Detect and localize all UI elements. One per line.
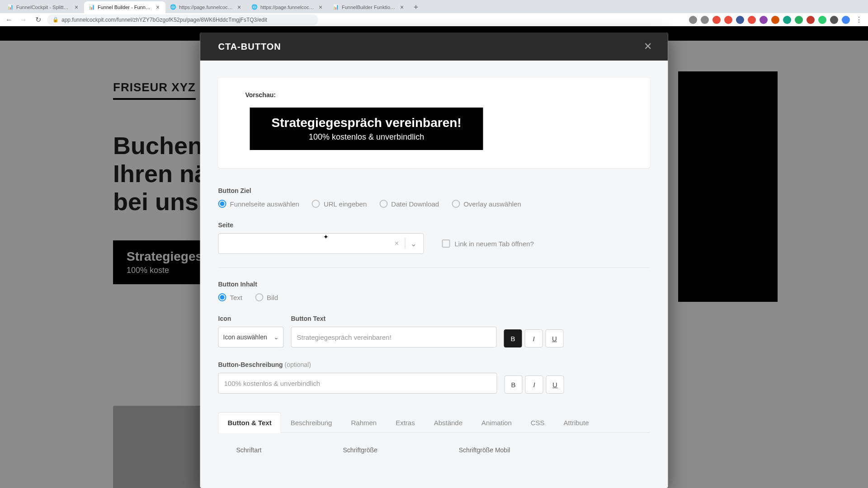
ziel-radio-group: Funnelseite auswählen URL eingeben Datei… [218,200,650,208]
tab-beschreibung[interactable]: Beschreibung [281,412,342,433]
tab-rahmen[interactable]: Rahmen [341,412,386,433]
radio-icon [379,200,387,208]
tab-title: FunnelCockpit - Splittests, Ma [16,5,71,10]
extension-icon[interactable] [724,16,732,24]
button-text-label: Button Text [291,315,497,322]
extension-icon[interactable] [712,16,721,24]
seite-select[interactable]: × ⌄ [218,233,424,254]
url-text: app.funnelcockpit.com/funnel/zhYZY7bGzgo… [61,17,267,23]
underline-button[interactable]: U [546,375,564,394]
extension-icon[interactable] [830,16,838,24]
bold-button[interactable]: B [505,375,523,394]
close-icon[interactable]: × [73,4,80,10]
button-desc-section: Button-Beschreibung (optional) 100% kost… [218,361,650,394]
extension-icon[interactable] [795,16,803,24]
tab-title: Funnel Builder - FunnelCockpit [98,5,152,10]
browser-tab[interactable]: 🌐 https://page.funnelcockpit.co × [247,1,328,13]
seite-label: Seite [218,221,424,229]
tab-extras[interactable]: Extras [386,412,425,433]
extension-icon[interactable] [748,16,756,24]
radio-text[interactable]: Text [218,293,243,301]
tab-title: FunnelBuilder Funktionen & El [342,5,396,10]
extension-icon[interactable] [818,16,826,24]
reload-button[interactable]: ↻ [33,14,43,25]
divider [218,267,650,268]
close-icon[interactable]: × [399,4,405,10]
tab-button-text[interactable]: Button & Text [218,412,281,433]
schriftart-label: Schriftart [236,446,262,454]
browser-tab[interactable]: 📊 FunnelBuilder Funktionen & El × [328,1,410,13]
radio-funnelseite[interactable]: Funnelseite auswählen [218,200,299,208]
browser-tab[interactable]: 📊 FunnelCockpit - Splittests, Ma × [3,1,84,13]
address-bar: ← → ↻ 🔒 app.funnelcockpit.com/funnel/zhY… [0,13,868,26]
chevron-down-icon: ⌄ [274,333,279,341]
page-content: FRISEUR XYZ Buchen Si Ihren näch bei uns… [0,26,868,488]
button-desc-label: Button-Beschreibung (optional) [218,361,650,368]
preview-button: Strategiegespräch vereinbaren! 100% kost… [250,108,483,150]
extension-icon[interactable] [807,16,815,24]
tab-bar: 📊 FunnelCockpit - Splittests, Ma × 📊 Fun… [0,0,868,13]
cta-button-modal: CTA-BUTTON ✕ Vorschau: Strategiegespräch… [200,33,668,488]
close-icon[interactable]: × [236,4,242,10]
newtab-checkbox[interactable]: Link in neuem Tab öffnen? [442,233,534,254]
avatar-icon[interactable] [842,16,850,24]
format-group-text: B I U [504,329,564,347]
extensions-area: ⋮ [689,14,864,25]
seite-section: Seite × ⌄ Link in neuem Tab öffnen? [218,221,650,254]
radio-icon [312,200,320,208]
tab-abstaende[interactable]: Abstände [425,412,472,433]
favicon-icon: 📊 [333,4,339,10]
tab-attribute[interactable]: Attribute [554,412,599,433]
section-label-ziel: Button Ziel [218,187,650,194]
tab-css[interactable]: CSS [521,412,554,433]
clear-icon[interactable]: × [389,239,405,248]
italic-button[interactable]: I [525,329,543,347]
icon-dropdown[interactable]: Icon auswählen ⌄ [218,327,284,347]
extension-icon[interactable] [771,16,779,24]
schriftgroesse-label: Schriftgröße [343,446,377,454]
extension-icon[interactable] [783,16,791,24]
radio-icon [218,200,226,208]
italic-button[interactable]: I [525,375,543,394]
modal-body: Vorschau: Strategiegespräch vereinbaren!… [200,61,668,488]
button-inhalt-section: Button Inhalt Text Bild [218,281,650,301]
new-tab-button[interactable]: + [410,1,422,13]
extension-icon[interactable] [760,16,768,24]
icon-label: Icon [218,315,284,322]
back-button[interactable]: ← [4,14,14,25]
browser-chrome: 📊 FunnelCockpit - Splittests, Ma × 📊 Fun… [0,0,868,26]
close-icon[interactable]: × [317,4,324,10]
chevron-down-icon[interactable]: ⌄ [406,239,422,248]
button-desc-input[interactable]: 100% kostenlos & unverbindlich [218,373,497,394]
radio-bild[interactable]: Bild [255,293,278,301]
radio-icon [218,293,226,301]
radio-url[interactable]: URL eingeben [312,200,367,208]
modal-title: CTA-BUTTON [218,42,281,52]
preview-card: Vorschau: Strategiegespräch vereinbaren!… [218,78,650,168]
preview-button-title: Strategiegespräch vereinbaren! [272,116,462,130]
typography-labels: Schriftart Schriftgröße Schriftgröße Mob… [218,446,650,454]
url-input[interactable]: 🔒 app.funnelcockpit.com/funnel/zhYZY7bGz… [47,14,318,25]
radio-icon [255,293,263,301]
forward-button[interactable]: → [18,14,29,25]
bold-button[interactable]: B [504,329,522,347]
favicon-icon: 📊 [89,4,95,10]
format-group-desc: B I U [505,375,564,394]
close-icon[interactable]: × [155,4,161,10]
underline-button[interactable]: U [546,329,564,347]
radio-datei[interactable]: Datei Download [379,200,439,208]
options-tabs: Button & Text Beschreibung Rahmen Extras… [218,412,650,433]
menu-icon[interactable]: ⋮ [854,14,864,25]
button-ziel-section: Button Ziel Funnelseite auswählen URL ei… [218,187,650,208]
radio-overlay[interactable]: Overlay auswählen [452,200,521,208]
favicon-icon: 🌐 [251,4,258,10]
button-text-input[interactable]: Strategiegespräch vereinbaren! [291,327,497,347]
close-icon[interactable]: ✕ [644,41,652,52]
extension-icon[interactable] [701,16,709,24]
browser-tab-active[interactable]: 📊 Funnel Builder - FunnelCockpit × [84,1,165,13]
extension-icon[interactable] [736,16,744,24]
browser-tab[interactable]: 🌐 https://page.funnelcockpit.co × [165,1,247,13]
extension-icon[interactable] [689,16,697,24]
tab-animation[interactable]: Animation [472,412,521,433]
inhalt-radio-group: Text Bild [218,293,650,301]
